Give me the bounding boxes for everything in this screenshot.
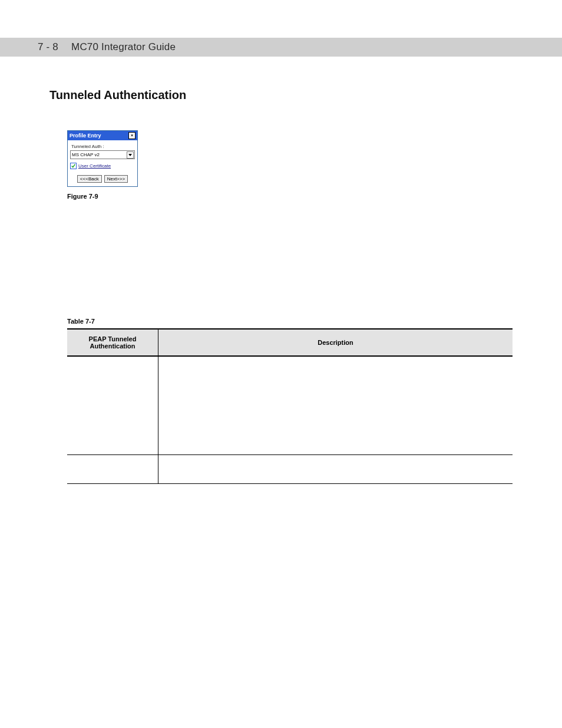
page-number: 7 - 8 xyxy=(38,41,58,53)
page-header: 7 - 8 MC70 Integrator Guide xyxy=(0,38,562,57)
table-caption: Table 7-7 xyxy=(67,318,513,325)
doc-title: MC70 Integrator Guide xyxy=(71,41,176,53)
dialog-body: Tunneled Auth : MS CHAP v2 User Certific… xyxy=(68,140,137,173)
cell-desc-1 xyxy=(158,356,513,455)
chevron-down-icon[interactable] xyxy=(127,151,134,159)
cell-auth-1 xyxy=(67,356,158,455)
back-button[interactable]: <<<Back xyxy=(77,175,102,183)
close-icon[interactable]: × xyxy=(128,132,135,139)
th-description: Description xyxy=(158,329,513,356)
profile-entry-dialog: Profile Entry × Tunneled Auth : MS CHAP … xyxy=(67,130,138,187)
checkbox-icon[interactable] xyxy=(70,163,77,169)
combo-value: MS CHAP v2 xyxy=(72,152,100,157)
cell-auth-2 xyxy=(67,455,158,484)
dialog-buttons: <<<Back Next>>> xyxy=(68,173,137,186)
dialog-titlebar[interactable]: Profile Entry × xyxy=(68,131,137,140)
table-row xyxy=(67,356,513,455)
section-heading: Tunneled Authentication xyxy=(49,88,513,102)
figure-caption: Figure 7-9 xyxy=(67,193,513,200)
th-authentication: PEAP Tunneled Authentication xyxy=(67,329,158,356)
dialog-title-text: Profile Entry xyxy=(70,133,101,139)
page-content: Tunneled Authentication Profile Entry × … xyxy=(49,88,513,484)
tunneled-auth-select[interactable]: MS CHAP v2 xyxy=(70,150,135,159)
group-label: Tunneled Auth : xyxy=(71,144,135,149)
peap-table: PEAP Tunneled Authentication Description xyxy=(67,328,513,484)
table-header-row: PEAP Tunneled Authentication Description xyxy=(67,329,513,356)
user-cert-label: User Certificate xyxy=(78,163,111,169)
user-certificate-checkbox[interactable]: User Certificate xyxy=(70,163,135,169)
table-row xyxy=(67,455,513,484)
next-button[interactable]: Next>>> xyxy=(104,175,128,183)
cell-desc-2 xyxy=(158,455,513,484)
